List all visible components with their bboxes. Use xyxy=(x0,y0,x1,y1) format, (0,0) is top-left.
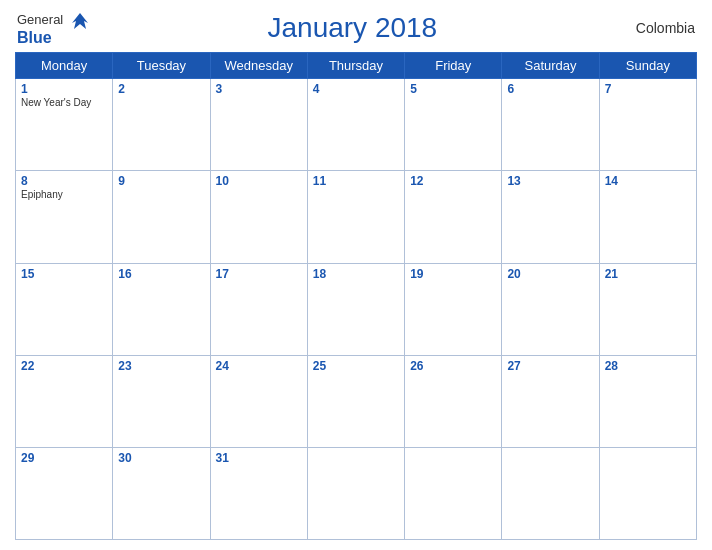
calendar-day-cell: 20 xyxy=(502,263,599,355)
calendar-day-cell: 19 xyxy=(405,263,502,355)
calendar-day-cell: 8Epiphany xyxy=(16,171,113,263)
day-number: 2 xyxy=(118,82,204,96)
calendar-day-cell: 3 xyxy=(210,79,307,171)
day-number: 7 xyxy=(605,82,691,96)
day-number: 15 xyxy=(21,267,107,281)
calendar-day-cell: 24 xyxy=(210,355,307,447)
calendar-day-cell: 14 xyxy=(599,171,696,263)
calendar-day-cell: 28 xyxy=(599,355,696,447)
calendar-day-cell: 5 xyxy=(405,79,502,171)
calendar-day-cell: 12 xyxy=(405,171,502,263)
day-number: 30 xyxy=(118,451,204,465)
calendar-day-cell xyxy=(405,447,502,539)
day-number: 19 xyxy=(410,267,496,281)
calendar-day-cell: 25 xyxy=(307,355,404,447)
calendar-day-cell xyxy=(502,447,599,539)
day-number: 10 xyxy=(216,174,302,188)
day-number: 28 xyxy=(605,359,691,373)
logo-blue-text: Blue xyxy=(17,29,52,47)
calendar-week-row: 1New Year's Day234567 xyxy=(16,79,697,171)
logo-bird-icon xyxy=(70,11,90,29)
calendar-week-row: 8Epiphany91011121314 xyxy=(16,171,697,263)
calendar-day-cell: 29 xyxy=(16,447,113,539)
day-number: 23 xyxy=(118,359,204,373)
calendar-day-cell xyxy=(599,447,696,539)
calendar-week-row: 22232425262728 xyxy=(16,355,697,447)
logo-general-text: General xyxy=(17,10,90,29)
calendar-day-cell xyxy=(307,447,404,539)
day-number: 4 xyxy=(313,82,399,96)
holiday-name: Epiphany xyxy=(21,189,107,200)
day-number: 22 xyxy=(21,359,107,373)
country-label: Colombia xyxy=(615,20,695,36)
calendar-day-cell: 23 xyxy=(113,355,210,447)
col-sunday: Sunday xyxy=(599,53,696,79)
day-number: 20 xyxy=(507,267,593,281)
day-number: 16 xyxy=(118,267,204,281)
calendar-day-cell: 22 xyxy=(16,355,113,447)
calendar-day-cell: 16 xyxy=(113,263,210,355)
col-monday: Monday xyxy=(16,53,113,79)
day-number: 18 xyxy=(313,267,399,281)
calendar-day-cell: 1New Year's Day xyxy=(16,79,113,171)
calendar-day-cell: 27 xyxy=(502,355,599,447)
day-number: 24 xyxy=(216,359,302,373)
calendar-day-cell: 2 xyxy=(113,79,210,171)
calendar-day-cell: 6 xyxy=(502,79,599,171)
calendar-day-cell: 18 xyxy=(307,263,404,355)
calendar-header: General Blue January 2018 Colombia xyxy=(15,10,697,46)
day-number: 14 xyxy=(605,174,691,188)
day-number: 11 xyxy=(313,174,399,188)
day-number: 8 xyxy=(21,174,107,188)
day-number: 17 xyxy=(216,267,302,281)
col-wednesday: Wednesday xyxy=(210,53,307,79)
logo: General Blue xyxy=(17,10,90,46)
calendar-day-cell: 26 xyxy=(405,355,502,447)
day-number: 5 xyxy=(410,82,496,96)
calendar-day-cell: 15 xyxy=(16,263,113,355)
col-thursday: Thursday xyxy=(307,53,404,79)
svg-marker-0 xyxy=(72,13,88,29)
calendar-day-cell: 4 xyxy=(307,79,404,171)
calendar-day-cell: 30 xyxy=(113,447,210,539)
day-number: 21 xyxy=(605,267,691,281)
calendar-day-cell: 11 xyxy=(307,171,404,263)
day-number: 27 xyxy=(507,359,593,373)
col-friday: Friday xyxy=(405,53,502,79)
calendar-title: January 2018 xyxy=(268,12,438,43)
calendar-day-cell: 31 xyxy=(210,447,307,539)
day-number: 1 xyxy=(21,82,107,96)
day-number: 3 xyxy=(216,82,302,96)
col-tuesday: Tuesday xyxy=(113,53,210,79)
day-number: 13 xyxy=(507,174,593,188)
calendar-day-cell: 10 xyxy=(210,171,307,263)
holiday-name: New Year's Day xyxy=(21,97,107,108)
calendar-day-cell: 13 xyxy=(502,171,599,263)
calendar-day-cell: 17 xyxy=(210,263,307,355)
day-number: 25 xyxy=(313,359,399,373)
day-number: 31 xyxy=(216,451,302,465)
day-number: 29 xyxy=(21,451,107,465)
calendar-day-cell: 7 xyxy=(599,79,696,171)
calendar-week-row: 15161718192021 xyxy=(16,263,697,355)
calendar-title-area: January 2018 xyxy=(90,12,615,44)
calendar-day-cell: 21 xyxy=(599,263,696,355)
calendar-day-cell: 9 xyxy=(113,171,210,263)
calendar-header-row: Monday Tuesday Wednesday Thursday Friday… xyxy=(16,53,697,79)
day-number: 12 xyxy=(410,174,496,188)
day-number: 26 xyxy=(410,359,496,373)
col-saturday: Saturday xyxy=(502,53,599,79)
day-number: 6 xyxy=(507,82,593,96)
day-number: 9 xyxy=(118,174,204,188)
calendar-week-row: 293031 xyxy=(16,447,697,539)
calendar-table: Monday Tuesday Wednesday Thursday Friday… xyxy=(15,52,697,540)
